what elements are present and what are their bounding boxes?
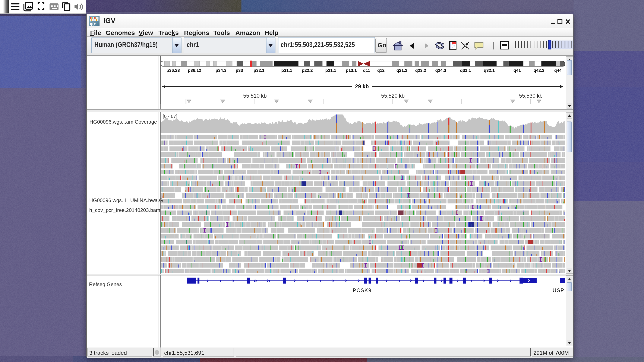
svg-text:55,510 kb: 55,510 kb [243, 93, 266, 99]
svg-text:[0 - 67]: [0 - 67] [162, 114, 177, 119]
svg-text:USP24: USP24 [552, 287, 565, 293]
svg-text:q24.3: q24.3 [435, 68, 446, 72]
svg-text:55,520 kb: 55,520 kb [381, 93, 404, 99]
svg-text:q31.1: q31.1 [460, 68, 470, 72]
svg-text:29 kb: 29 kb [355, 83, 368, 89]
svg-text:q44: q44 [554, 68, 562, 72]
svg-text:p32.1: p32.1 [253, 68, 264, 72]
svg-text:55,530 kb: 55,530 kb [519, 93, 542, 99]
svg-text:q42.2: q42.2 [533, 68, 544, 72]
svg-text:q12: q12 [377, 68, 384, 72]
svg-text:q32.1: q32.1 [484, 68, 494, 72]
svg-text:p36.23: p36.23 [166, 68, 180, 72]
svg-text:igv: igv [90, 21, 96, 26]
svg-text:p36.12: p36.12 [188, 68, 201, 72]
svg-text:p31.1: p31.1 [281, 68, 292, 72]
svg-text:PCSK9: PCSK9 [352, 287, 372, 293]
svg-text:q41: q41 [513, 68, 520, 72]
svg-text:p33: p33 [236, 68, 243, 72]
svg-text:p13.1: p13.1 [346, 68, 356, 72]
svg-text:p34.3: p34.3 [215, 68, 226, 72]
svg-text:p22.2: p22.2 [302, 68, 312, 72]
svg-text:q23.2: q23.2 [415, 68, 426, 72]
svg-text:q11: q11 [363, 68, 370, 72]
svg-text:q21.2: q21.2 [396, 68, 407, 72]
svg-text:p21.1: p21.1 [325, 68, 336, 72]
